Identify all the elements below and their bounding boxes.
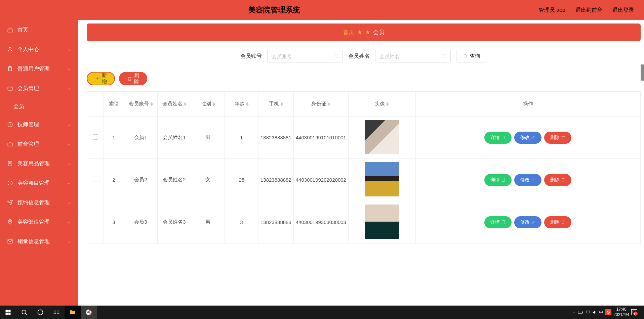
svg-line-44	[25, 313, 27, 315]
sort-icon[interactable]	[150, 102, 153, 106]
table-row: 1会员1会员姓名1男113823888881440300199101010001…	[87, 117, 641, 159]
avatar-image[interactable]	[365, 204, 399, 239]
svg-point-45	[38, 310, 43, 315]
edit-button[interactable]: 修改	[514, 174, 541, 186]
sort-icon[interactable]	[184, 102, 187, 106]
search-name-input[interactable]	[375, 50, 451, 62]
scrollbar-thumb[interactable]	[641, 64, 644, 81]
cell-account: 会员3	[124, 201, 158, 243]
th-idcard[interactable]: 身份证	[293, 92, 348, 117]
sidebar-item-label: 前台管理	[17, 141, 39, 148]
file-explorer-icon[interactable]	[65, 306, 81, 319]
main-content: 首页 ★ ★ 会员 会员账号 会员姓名 查询	[78, 20, 644, 319]
edit-button[interactable]: 修改	[514, 216, 541, 228]
sidebar-item-10[interactable]: 美容部位管理	[0, 212, 78, 232]
cell-gender: 女	[191, 159, 225, 201]
user-label[interactable]: 管理员 abo	[539, 7, 565, 14]
chrome-icon[interactable]	[81, 306, 97, 319]
task-view-icon[interactable]	[48, 306, 65, 319]
avatar-image[interactable]	[365, 120, 399, 154]
svg-point-14	[335, 54, 338, 57]
sidebar-item-8[interactable]: 美容项目管理	[0, 173, 78, 193]
search-account-input[interactable]	[267, 50, 343, 62]
sidebar-item-label: 个人中心	[17, 46, 39, 53]
cell-index: 2	[104, 159, 124, 201]
th-index[interactable]: 索引	[104, 92, 124, 117]
row-checkbox[interactable]	[93, 134, 98, 140]
link-logout[interactable]: 退出登录	[612, 7, 634, 14]
network-icon[interactable]	[586, 310, 590, 315]
row-delete-button[interactable]: 删除	[544, 216, 571, 228]
sort-icon[interactable]	[212, 102, 215, 106]
battery-icon[interactable]	[578, 310, 583, 314]
search-query-label: 查询	[470, 53, 480, 59]
svg-rect-46	[54, 311, 56, 314]
sidebar-item-1[interactable]: 个人中心	[0, 40, 78, 59]
delete-button[interactable]: 删除	[119, 72, 147, 85]
search-icon[interactable]	[16, 306, 32, 319]
taskbar-clock[interactable]: 17:40 2021/4/4	[613, 307, 629, 317]
th-gender[interactable]: 性别	[191, 92, 225, 117]
sidebar-item-label: 普通用户管理	[17, 65, 50, 73]
sidebar-item-2[interactable]: 普通用户管理	[0, 59, 78, 79]
svg-point-0	[9, 47, 11, 49]
location-icon	[7, 219, 13, 225]
sidebar-item-label: 美容项目管理	[17, 180, 50, 187]
sidebar-item-6[interactable]: 前台管理	[0, 134, 78, 154]
th-phone[interactable]: 手机	[258, 92, 294, 117]
row-checkbox[interactable]	[93, 219, 98, 224]
search-icon[interactable]	[334, 53, 339, 59]
detail-button[interactable]: 详情	[484, 216, 512, 228]
th-age[interactable]: 年龄	[225, 92, 258, 117]
ime-indicator[interactable]: 中	[599, 309, 603, 315]
home-icon	[7, 27, 13, 33]
breadcrumb-home[interactable]: 首页	[343, 29, 354, 36]
select-all-checkbox[interactable]	[93, 101, 98, 106]
sidebar-item-4[interactable]: 会员	[0, 98, 78, 115]
search-icon[interactable]	[442, 53, 447, 59]
avatar-image[interactable]	[365, 162, 399, 196]
sidebar-item-11[interactable]: 销量信息管理	[0, 232, 78, 251]
th-account[interactable]: 会员账号	[124, 92, 158, 117]
cell-age: 1	[225, 117, 258, 159]
add-button[interactable]: 新增	[87, 72, 115, 85]
link-to-front[interactable]: 退出到前台	[575, 7, 602, 14]
header-links: 管理员 abo 退出到前台 退出登录	[539, 7, 634, 14]
notification-icon[interactable]: 3	[631, 309, 637, 315]
svg-rect-37	[502, 178, 505, 182]
sidebar-item-7[interactable]: 美容用品管理	[0, 154, 78, 173]
detail-button[interactable]: 详情	[484, 132, 512, 144]
sort-icon[interactable]	[280, 102, 283, 106]
row-delete-button[interactable]: 删除	[544, 174, 571, 186]
sidebar-item-0[interactable]: 首页	[0, 20, 78, 40]
sort-icon[interactable]	[328, 102, 330, 106]
svg-rect-41	[6, 313, 8, 315]
svg-line-15	[338, 57, 339, 58]
sort-icon[interactable]	[246, 102, 249, 106]
chevron-up-icon[interactable]	[572, 310, 576, 314]
row-delete-button[interactable]: 删除	[544, 132, 571, 144]
sidebar-item-9[interactable]: 预约信息管理	[0, 193, 78, 212]
th-name[interactable]: 会员姓名	[158, 92, 191, 117]
windows-taskbar[interactable]: 中 S 17:40 2021/4/4 3	[0, 306, 644, 319]
svg-rect-13	[8, 240, 12, 243]
cell-index: 3	[104, 201, 124, 243]
cortana-icon[interactable]	[32, 306, 48, 319]
search-name-input-wrap	[375, 50, 451, 62]
sidebar-item-5[interactable]: 技师管理	[0, 115, 78, 134]
start-button[interactable]	[0, 306, 16, 319]
sidebar-item-3[interactable]: 会员管理	[0, 79, 78, 98]
search-query-button[interactable]: 查询	[456, 50, 487, 62]
sogou-icon[interactable]: S	[605, 309, 611, 315]
breadcrumb-current: 会员	[373, 29, 385, 36]
clipboard-icon	[7, 65, 13, 72]
edit-button[interactable]: 修改	[514, 132, 541, 144]
svg-rect-38	[502, 221, 505, 224]
th-avatar[interactable]: 头像	[348, 92, 415, 117]
volume-icon[interactable]	[592, 310, 597, 315]
svg-point-12	[9, 221, 11, 222]
row-checkbox[interactable]	[93, 177, 98, 182]
sort-icon[interactable]	[386, 102, 389, 106]
chevron-down-icon	[67, 47, 71, 51]
detail-button[interactable]: 详情	[484, 174, 512, 186]
